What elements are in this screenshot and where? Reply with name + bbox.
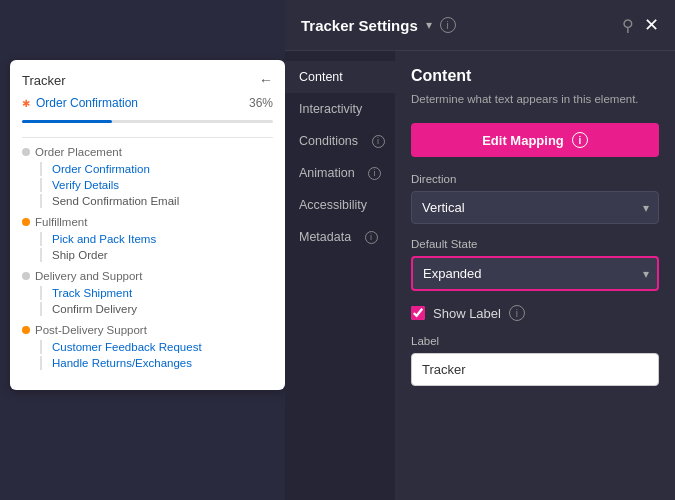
sidebar-item-accessibility-label: Accessibility [299, 198, 367, 212]
show-label-checkbox[interactable] [411, 306, 425, 320]
settings-title-row: Tracker Settings ▾ i [301, 17, 456, 34]
conditions-info-icon[interactable]: i [372, 135, 385, 148]
direction-select[interactable]: Vertical Horizontal [411, 191, 659, 224]
section-fulfillment: Fulfillment Pick and Pack Items Ship Ord… [22, 216, 273, 262]
sidebar-item-accessibility[interactable]: Accessibility [285, 189, 395, 221]
list-item: Customer Feedback Request [40, 340, 273, 354]
sidebar-item-conditions-label: Conditions [299, 134, 358, 148]
section-post-delivery-label: Post-Delivery Support [22, 324, 273, 336]
label-field-group: Label [411, 335, 659, 386]
direction-select-wrapper: Vertical Horizontal ▾ [411, 191, 659, 224]
settings-title: Tracker Settings [301, 17, 418, 34]
sidebar-item-conditions[interactable]: Conditions i [285, 125, 395, 157]
metadata-info-icon[interactable]: i [365, 231, 378, 244]
section-delivery: Delivery and Support Track Shipment Conf… [22, 270, 273, 316]
section-delivery-text: Delivery and Support [35, 270, 142, 282]
sidebar-item-animation[interactable]: Animation i [285, 157, 395, 189]
screen: Tracker ← ✱ Order Confirmation 36% Order… [0, 0, 675, 500]
section-fulfillment-items: Pick and Pack Items Ship Order [22, 232, 273, 262]
progress-fill [22, 120, 112, 123]
sidebar-item-interactivity[interactable]: Interactivity [285, 93, 395, 125]
list-item: Handle Returns/Exchanges [40, 356, 273, 370]
content-description: Determine what text appears in this elem… [411, 91, 659, 107]
sidebar-item-animation-label: Animation [299, 166, 355, 180]
settings-panel: Tracker Settings ▾ i ⚲ ✕ Content Interac… [285, 0, 675, 500]
info-icon[interactable]: i [440, 17, 456, 33]
settings-content-area: Content Determine what text appears in t… [395, 51, 675, 500]
label-field-label: Label [411, 335, 659, 347]
section-order-placement-label: Order Placement [22, 146, 273, 158]
tracker-title: Tracker [22, 73, 66, 88]
settings-chevron-icon[interactable]: ▾ [426, 18, 432, 32]
list-item: Confirm Delivery [40, 302, 273, 316]
section-post-delivery: Post-Delivery Support Customer Feedback … [22, 324, 273, 370]
sidebar-item-content[interactable]: Content [285, 61, 395, 93]
active-dot-icon: ✱ [22, 98, 30, 109]
default-state-select[interactable]: Expanded Collapsed [411, 256, 659, 291]
settings-body: Content Interactivity Conditions i Anima… [285, 51, 675, 500]
sidebar-item-interactivity-label: Interactivity [299, 102, 362, 116]
list-item: Ship Order [40, 248, 273, 262]
show-label-info-icon[interactable]: i [509, 305, 525, 321]
animation-info-icon[interactable]: i [368, 167, 381, 180]
edit-mapping-info-icon[interactable]: i [572, 132, 588, 148]
list-item: Pick and Pack Items [40, 232, 273, 246]
back-arrow-icon[interactable]: ← [259, 72, 273, 88]
edit-mapping-label: Edit Mapping [482, 133, 564, 148]
section-dot-icon [22, 218, 30, 226]
section-fulfillment-label: Fulfillment [22, 216, 273, 228]
list-item: Order Confirmation [40, 162, 273, 176]
section-order-placement-text: Order Placement [35, 146, 122, 158]
sidebar-item-metadata[interactable]: Metadata i [285, 221, 395, 253]
tracker-divider [22, 137, 273, 138]
section-delivery-label: Delivery and Support [22, 270, 273, 282]
list-item: Send Confirmation Email [40, 194, 273, 208]
label-input[interactable] [411, 353, 659, 386]
progress-percent: 36% [249, 96, 273, 110]
section-dot-icon [22, 272, 30, 280]
tracker-progress-row: ✱ Order Confirmation 36% [22, 96, 273, 110]
header-actions: ⚲ ✕ [622, 14, 659, 36]
show-label-row: Show Label i [411, 305, 659, 321]
section-order-placement: Order Placement Order Confirmation Verif… [22, 146, 273, 208]
tracker-panel: Tracker ← ✱ Order Confirmation 36% Order… [10, 60, 285, 390]
section-delivery-items: Track Shipment Confirm Delivery [22, 286, 273, 316]
settings-nav: Content Interactivity Conditions i Anima… [285, 51, 395, 500]
current-item-label: Order Confirmation [36, 96, 243, 110]
close-icon[interactable]: ✕ [644, 14, 659, 36]
section-fulfillment-text: Fulfillment [35, 216, 87, 228]
section-dot-icon [22, 326, 30, 334]
list-item: Track Shipment [40, 286, 273, 300]
edit-mapping-button[interactable]: Edit Mapping i [411, 123, 659, 157]
section-order-placement-items: Order Confirmation Verify Details Send C… [22, 162, 273, 208]
default-state-label: Default State [411, 238, 659, 250]
sidebar-item-metadata-label: Metadata [299, 230, 351, 244]
section-post-delivery-text: Post-Delivery Support [35, 324, 147, 336]
pin-icon[interactable]: ⚲ [622, 16, 634, 35]
default-state-select-wrapper: Expanded Collapsed ▾ [411, 256, 659, 291]
progress-bar [22, 120, 273, 123]
settings-header: Tracker Settings ▾ i ⚲ ✕ [285, 0, 675, 51]
sidebar-item-content-label: Content [299, 70, 343, 84]
section-dot-icon [22, 148, 30, 156]
tracker-header: Tracker ← [22, 72, 273, 88]
show-label-text: Show Label [433, 306, 501, 321]
content-heading: Content [411, 67, 659, 85]
section-post-delivery-items: Customer Feedback Request Handle Returns… [22, 340, 273, 370]
direction-label: Direction [411, 173, 659, 185]
list-item: Verify Details [40, 178, 273, 192]
